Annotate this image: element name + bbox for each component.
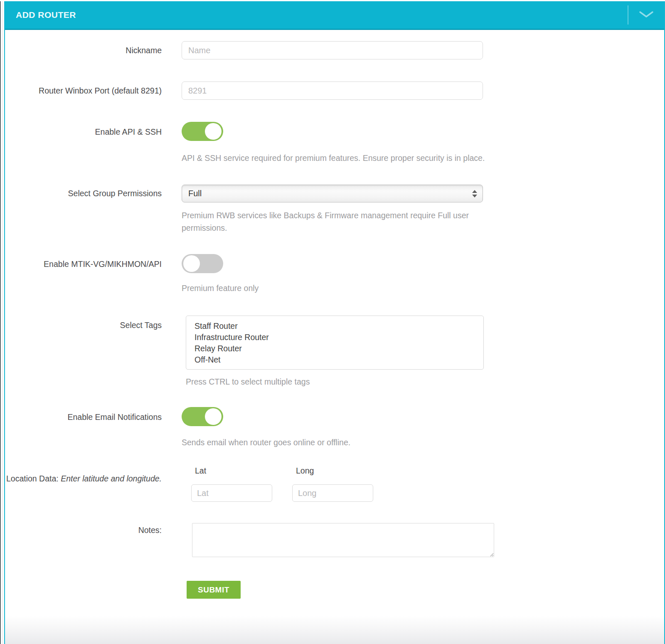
email-notifications-help: Sends email when router goes online or o… — [182, 436, 350, 449]
add-router-page: ADD ROUTER Nickname Router — [0, 1, 665, 644]
nickname-label: Nickname — [5, 41, 162, 56]
add-router-panel: ADD ROUTER Nickname Router — [4, 1, 665, 644]
mtik-toggle[interactable] — [182, 254, 223, 273]
tags-label: Select Tags — [5, 316, 162, 331]
add-router-form: Nickname Router Winbox Port (default 829… — [5, 30, 664, 599]
mtik-label: Enable MTIK-VG/MIKHMON/API — [5, 254, 162, 270]
select-stepper-icon — [472, 190, 477, 197]
page-left-gutter-line — [2, 1, 3, 644]
email-notifications-toggle[interactable] — [182, 407, 223, 426]
long-input[interactable] — [292, 484, 373, 502]
winbox-port-row: Router Winbox Port (default 8291) — [5, 81, 664, 100]
notes-row: Notes: — [5, 523, 664, 559]
winbox-port-input[interactable] — [182, 81, 483, 100]
email-notifications-row: Enable Email Notifications Sends email w… — [5, 407, 664, 449]
nickname-row: Nickname — [5, 41, 664, 59]
long-group: Long — [292, 465, 373, 502]
window-left-edge — [0, 1, 1, 644]
nickname-input[interactable] — [182, 41, 483, 59]
tags-help: Press CTRL to select multiple tags — [186, 375, 484, 388]
notes-textarea[interactable] — [192, 523, 494, 557]
email-notifications-label: Enable Email Notifications — [5, 407, 162, 423]
group-permissions-row: Select Group Permissions Full Premium RW… — [5, 185, 664, 234]
lat-label: Lat — [191, 465, 272, 476]
toggle-knob — [205, 408, 222, 425]
tag-option[interactable]: Infrastructure Router — [195, 332, 483, 343]
winbox-port-label: Router Winbox Port (default 8291) — [5, 81, 162, 96]
location-label-note: Enter latitude and longitude. — [61, 474, 162, 483]
toggle-knob — [183, 255, 200, 272]
lat-group: Lat — [191, 465, 272, 502]
notes-label: Notes: — [5, 523, 162, 536]
submit-row: SUBMIT — [5, 581, 664, 599]
submit-button[interactable]: SUBMIT — [187, 581, 241, 599]
long-label: Long — [292, 465, 373, 476]
location-label: Location Data: Enter latitude and longit… — [5, 465, 162, 484]
api-ssh-help: API & SSH service required for premium f… — [182, 152, 485, 164]
group-permissions-select[interactable]: Full — [182, 185, 483, 202]
api-ssh-row: Enable API & SSH API & SSH service requi… — [5, 122, 664, 164]
group-permissions-label: Select Group Permissions — [5, 185, 162, 199]
panel-footer-fade — [5, 616, 664, 644]
panel-collapse-button[interactable] — [628, 1, 664, 29]
tag-option[interactable]: Relay Router — [195, 343, 483, 354]
panel-header: ADD ROUTER — [5, 1, 664, 30]
group-permissions-help: Premium RWB services like Backups & Firm… — [182, 209, 487, 234]
tags-listbox[interactable]: Staff Router Infrastructure Router Relay… — [186, 316, 484, 370]
tag-option[interactable]: Staff Router — [195, 321, 483, 332]
api-ssh-toggle[interactable] — [182, 122, 223, 141]
toggle-knob — [205, 123, 222, 140]
lat-input[interactable] — [191, 484, 272, 502]
location-row: Location Data: Enter latitude and longit… — [5, 465, 664, 502]
tag-option[interactable]: Off-Net — [195, 354, 483, 365]
mtik-row: Enable MTIK-VG/MIKHMON/API Premium featu… — [5, 254, 664, 294]
group-permissions-selected-value: Full — [182, 189, 202, 198]
panel-title: ADD ROUTER — [5, 10, 76, 20]
mtik-help: Premium feature only — [182, 282, 259, 294]
chevron-down-icon — [638, 10, 655, 20]
tags-row: Select Tags Staff Router Infrastructure … — [5, 316, 664, 388]
api-ssh-label: Enable API & SSH — [5, 122, 162, 138]
